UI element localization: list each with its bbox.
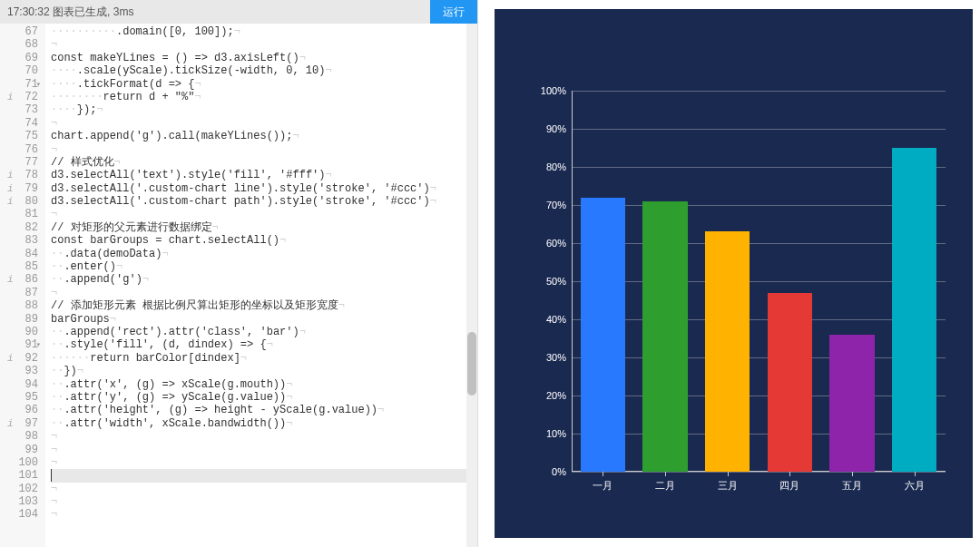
code-line[interactable]: ··.attr('y', (g) => yScale(g.value))¬ <box>51 391 477 404</box>
line-number: 85 <box>0 260 38 273</box>
editor-panel: 17:30:32 图表已生成, 3ms 运行 67686970717273747… <box>0 0 478 547</box>
code-line[interactable]: ¬ <box>51 287 477 299</box>
code-line[interactable]: ··.attr('x', (g) => xScale(g.mouth))¬ <box>51 378 477 391</box>
line-number: 97 <box>0 417 38 430</box>
bar <box>642 201 687 472</box>
code-line[interactable]: chart.append('g').call(makeYLines());¬ <box>51 130 477 142</box>
code-line[interactable]: ¬ <box>51 117 477 130</box>
grid-line <box>572 91 946 92</box>
editor-toolbar: 17:30:32 图表已生成, 3ms 运行 <box>0 0 477 24</box>
grid-line <box>572 281 946 282</box>
code-line[interactable]: // 添加矩形元素 根据比例尺算出矩形的坐标以及矩形宽度¬ <box>51 299 477 312</box>
line-number: 94 <box>0 378 38 391</box>
line-number: 89 <box>0 313 38 326</box>
code-line[interactable]: // 对矩形的父元素进行数据绑定¬ <box>51 221 477 234</box>
line-number: 99 <box>0 444 38 456</box>
bar <box>829 335 874 472</box>
line-number: 74 <box>0 117 38 130</box>
code-line[interactable]: ····.tickFormat(d => {¬ <box>51 78 477 91</box>
code-line[interactable]: const barGroups = chart.selectAll()¬ <box>51 234 477 247</box>
bar <box>581 198 625 472</box>
code-editor[interactable]: 6768697071727374757677787980818283848586… <box>0 24 477 547</box>
x-tick <box>665 472 666 476</box>
code-line[interactable]: ··.style('fill', (d, dindex) => {¬ <box>51 338 477 351</box>
grid-line <box>572 357 946 358</box>
line-number: 84 <box>0 248 38 260</box>
bar <box>892 148 936 472</box>
code-line[interactable]: ··.data(demoData)¬ <box>51 248 477 260</box>
line-number: 73 <box>0 103 38 116</box>
y-tick-label: 70% <box>546 200 572 210</box>
code-line[interactable]: ··.attr('height', (g) => height - yScale… <box>51 404 477 416</box>
status-text: 17:30:32 图表已生成, 3ms <box>7 5 133 20</box>
grid-line <box>572 129 946 130</box>
code-line[interactable]: ¬ <box>51 38 477 51</box>
y-tick-label: 100% <box>541 85 572 96</box>
code-line[interactable]: ¬ <box>51 508 477 521</box>
line-number: 98 <box>0 430 38 443</box>
code-line[interactable] <box>51 469 477 482</box>
line-number: 87 <box>0 287 38 299</box>
code-line[interactable]: ··.enter()¬ <box>51 260 477 273</box>
x-tick <box>789 472 790 476</box>
line-number: 90 <box>0 326 38 338</box>
line-number: 101 <box>0 469 38 482</box>
line-number: 93 <box>0 365 38 377</box>
code-line[interactable]: ¬ <box>51 430 477 443</box>
code-line[interactable]: d3.selectAll('.custom-chart path').style… <box>51 195 477 208</box>
code-line[interactable]: ····.scale(yScale).tickSize(-width, 0, 1… <box>51 64 477 77</box>
grid-line <box>572 243 946 244</box>
run-button[interactable]: 运行 <box>430 0 477 24</box>
x-tick <box>915 472 916 476</box>
code-line[interactable]: ¬ <box>51 143 477 156</box>
code-line[interactable]: ··.append('g')¬ <box>51 273 477 286</box>
code-line[interactable]: ¬ <box>51 483 477 495</box>
chart-plot: 0%10%20%30%40%50%60%70%80%90%100%一月二月三月四… <box>572 91 946 472</box>
line-number: 70 <box>0 64 38 77</box>
code-line[interactable]: // 样式优化¬ <box>51 156 477 169</box>
x-tick <box>728 472 729 476</box>
y-tick-label: 90% <box>546 123 572 134</box>
code-line[interactable]: ¬ <box>51 456 477 469</box>
scrollbar-thumb[interactable] <box>467 332 476 396</box>
y-tick-label: 10% <box>546 428 572 439</box>
code-line[interactable]: d3.selectAll('text').style('fill', '#fff… <box>51 169 477 181</box>
line-number: 92 <box>0 352 38 365</box>
line-number: 100 <box>0 456 38 469</box>
code-line[interactable]: ····});¬ <box>51 103 477 116</box>
code-line[interactable]: barGroups¬ <box>51 313 477 326</box>
y-tick-label: 80% <box>546 161 572 172</box>
code-line[interactable]: ······return barColor[dindex]¬ <box>51 352 477 365</box>
x-tick <box>852 472 853 476</box>
line-number: 83 <box>0 234 38 247</box>
line-number: 79 <box>0 182 38 195</box>
code-line[interactable]: ··.append('rect').attr('class', 'bar')¬ <box>51 326 477 338</box>
code-line[interactable]: ··.attr('width', xScale.bandwidth())¬ <box>51 417 477 430</box>
code-line[interactable]: ··········.domain([0, 100]);¬ <box>51 25 477 38</box>
line-number: 102 <box>0 483 38 495</box>
line-number: 86 <box>0 273 38 286</box>
code-line[interactable]: const makeYLines = () => d3.axisLeft()¬ <box>51 52 477 64</box>
line-number: 95 <box>0 391 38 404</box>
code-line[interactable]: ¬ <box>51 444 477 456</box>
line-number: 78 <box>0 169 38 181</box>
y-tick-label: 20% <box>546 390 572 401</box>
code-line[interactable]: ¬ <box>51 495 477 508</box>
line-number: 103 <box>0 495 38 508</box>
code-line[interactable]: ¬ <box>51 208 477 220</box>
line-number: 104 <box>0 508 38 521</box>
code-content[interactable]: ··········.domain([0, 100]);¬¬const make… <box>45 24 477 547</box>
line-number: 69 <box>0 52 38 64</box>
code-line[interactable]: ········return d + "%"¬ <box>51 91 477 103</box>
y-tick-label: 50% <box>546 276 572 287</box>
line-number: 75 <box>0 130 38 142</box>
line-gutter: 6768697071727374757677787980818283848586… <box>0 24 45 547</box>
code-line[interactable]: ··})¬ <box>51 365 477 377</box>
vertical-scrollbar[interactable] <box>466 24 477 547</box>
y-tick-label: 60% <box>546 238 572 249</box>
line-number: 72 <box>0 91 38 103</box>
bar <box>768 293 812 472</box>
line-number: 67 <box>0 25 38 38</box>
grid-line <box>572 472 946 473</box>
code-line[interactable]: d3.selectAll('.custom-chart line').style… <box>51 182 477 195</box>
